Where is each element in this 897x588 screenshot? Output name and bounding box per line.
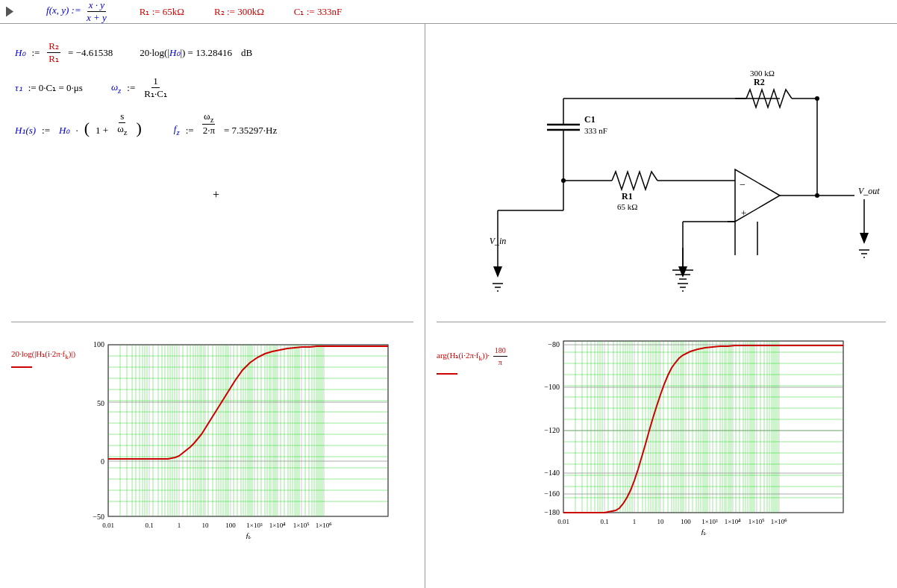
H0-fraction: R₂ R₁ xyxy=(47,40,60,65)
svg-text:1×10⁴: 1×10⁴ xyxy=(725,518,742,525)
svg-marker-164 xyxy=(860,233,869,244)
svg-text:100: 100 xyxy=(681,518,691,525)
svg-text:−50: −50 xyxy=(93,513,104,521)
H0-value: = −4.61538 xyxy=(68,47,113,59)
svg-text:C1: C1 xyxy=(584,114,596,125)
tau-omega-row: τ₁ := 0·C₁ = 0·μs ωz := 1 R₁·C₁ xyxy=(15,75,410,100)
fz-value: = 7.35297·Hz xyxy=(224,125,277,137)
top-bar: f(x, y) := x · y x + y R₁ := 65kΩ R₂ := … xyxy=(0,0,897,24)
svg-text:1×10³: 1×10³ xyxy=(246,522,263,529)
svg-text:−140: −140 xyxy=(544,469,560,477)
svg-text:1×10³: 1×10³ xyxy=(701,518,718,525)
svg-point-138 xyxy=(561,178,566,183)
svg-text:100: 100 xyxy=(93,340,104,348)
s-over-wz: s ωz xyxy=(116,110,128,137)
fz-fraction: ωz 2·π xyxy=(201,110,216,137)
H1s-label: H₁(s) xyxy=(15,125,36,137)
main-area: H₀ := R₂ R₁ = −4.61538 20·log(|H₀|) = 13… xyxy=(0,24,897,588)
svg-text:−: − xyxy=(740,179,746,190)
svg-text:fk: fk xyxy=(246,531,251,539)
H0-ref: H₀ xyxy=(59,125,69,137)
svg-text:0.01: 0.01 xyxy=(102,522,114,529)
svg-text:1×10⁶: 1×10⁶ xyxy=(771,518,788,525)
dB-unit: dB xyxy=(241,47,252,59)
svg-text:10: 10 xyxy=(657,518,665,525)
svg-text:V_out: V_out xyxy=(858,186,880,196)
R2-param: R₂ := 300kΩ xyxy=(214,6,264,18)
equals: := xyxy=(31,47,40,59)
plus-symbol: + xyxy=(213,188,219,201)
svg-text:0: 0 xyxy=(101,457,104,466)
svg-text:+: + xyxy=(741,207,746,219)
svg-text:−180: −180 xyxy=(544,508,560,516)
svg-text:fk: fk xyxy=(701,528,707,535)
circuit-diagram: V_in C1 333 nF xyxy=(451,39,886,307)
svg-text:1×10⁵: 1×10⁵ xyxy=(293,522,310,529)
right-top-circuit: V_in C1 333 nF xyxy=(437,31,886,322)
svg-text:1×10⁵: 1×10⁵ xyxy=(748,518,766,525)
svg-text:300 kΩ: 300 kΩ xyxy=(750,69,775,78)
svg-text:1×10⁴: 1×10⁴ xyxy=(269,522,287,529)
left-chart-area: 20·log(|H₁(i·2π·fk)|) xyxy=(11,322,413,581)
svg-text:50: 50 xyxy=(97,399,104,407)
H0-log-expr: 20·log(|H₀|) = 13.28416 xyxy=(140,47,232,59)
right-panel: V_in C1 333 nF xyxy=(425,24,897,588)
right-chart-container: arg(H₁(i·2π·fk))· 180 π xyxy=(440,330,882,535)
left-y-axis-label: 20·log(|H₁(i·2π·fk)|) xyxy=(11,348,93,372)
svg-text:1×10⁶: 1×10⁶ xyxy=(316,522,333,529)
svg-text:R1: R1 xyxy=(622,191,633,201)
svg-marker-153 xyxy=(678,266,687,278)
svg-marker-117 xyxy=(493,266,502,278)
right-bode-chart: −80 −100 −120 −140 −160 −180 0.01 0.1 1 … xyxy=(534,334,854,535)
svg-text:−120: −120 xyxy=(544,426,560,434)
arrow-indicator xyxy=(6,7,13,17)
right-chart-area: arg(H₁(i·2π·fk))· 180 π xyxy=(437,322,886,581)
H1s-fz-row: H₁(s) := H₀ · ( 1 + s ωz ) fz := ωz 2·π … xyxy=(15,110,410,137)
R1-param: R₁ := 65kΩ xyxy=(140,6,184,18)
bracket-expr: ( xyxy=(84,120,90,137)
svg-text:−80: −80 xyxy=(548,340,560,348)
svg-text:0.01: 0.01 xyxy=(557,518,569,525)
svg-text:1: 1 xyxy=(178,522,181,529)
svg-rect-1 xyxy=(108,345,388,516)
H0-equation: H₀ := R₂ R₁ = −4.61538 20·log(|H₀|) = 13… xyxy=(15,40,410,65)
C1-param: C₁ := 333nF xyxy=(294,6,342,18)
svg-text:333 nF: 333 nF xyxy=(584,126,607,135)
tau1-expr: τ₁ xyxy=(15,82,22,94)
svg-text:R2: R2 xyxy=(754,77,765,87)
svg-rect-169 xyxy=(563,341,843,513)
omega-fraction: 1 R₁·C₁ xyxy=(143,75,169,100)
svg-text:100: 100 xyxy=(225,522,236,529)
svg-text:−160: −160 xyxy=(544,490,560,498)
svg-text:65 kΩ: 65 kΩ xyxy=(617,202,637,211)
H0-label: H₀ xyxy=(15,47,25,59)
svg-text:0.1: 0.1 xyxy=(145,522,153,529)
left-panel: H₀ := R₂ R₁ = −4.61538 20·log(|H₀|) = 13… xyxy=(0,24,425,588)
left-top-math: H₀ := R₂ R₁ = −4.61538 20·log(|H₀|) = 13… xyxy=(11,31,413,322)
svg-point-160 xyxy=(815,96,819,101)
svg-text:1: 1 xyxy=(633,518,637,525)
svg-text:0.1: 0.1 xyxy=(600,518,608,525)
svg-text:10: 10 xyxy=(202,522,210,529)
right-y-axis-label: arg(H₁(i·2π·fk))· 180 π xyxy=(437,345,526,381)
svg-text:−100: −100 xyxy=(544,383,560,391)
left-chart-container: 20·log(|H₁(i·2π·fk)|) xyxy=(15,334,410,539)
left-bode-chart: 100 50 0 −50 0.01 0.1 1 10 100 1×10³ 1×1… xyxy=(78,337,399,539)
func-definition: f(x, y) := x · y x + y xyxy=(46,0,110,24)
